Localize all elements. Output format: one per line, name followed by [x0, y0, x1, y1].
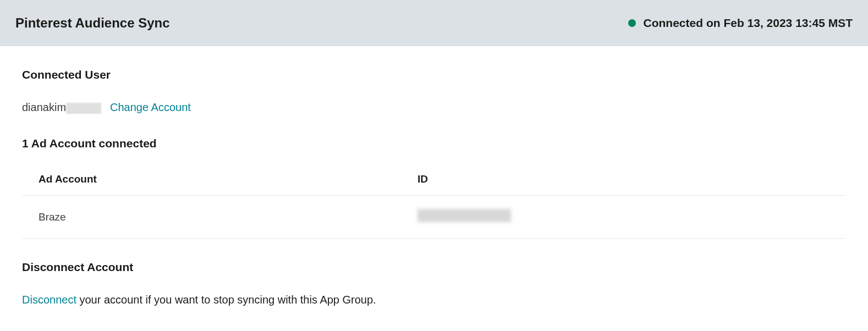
change-account-link[interactable]: Change Account: [110, 101, 191, 114]
table-row: Braze: [22, 196, 846, 239]
column-header-id: ID: [401, 166, 846, 196]
cell-account-id: [401, 196, 846, 239]
username-text: dianakim: [22, 101, 66, 113]
disconnect-heading: Disconnect Account: [22, 261, 846, 274]
disconnect-text-line: Disconnect your account if you want to s…: [22, 294, 846, 306]
table-header-row: Ad Account ID: [22, 166, 846, 196]
connected-user-heading: Connected User: [22, 68, 846, 81]
cell-account-name: Braze: [22, 196, 401, 239]
connection-status: Connected on Feb 13, 2023 13:45 MST: [628, 16, 853, 30]
id-redacted: [417, 209, 511, 222]
username-container: dianakim: [22, 101, 103, 114]
content-area: Connected User dianakim Change Account 1…: [0, 46, 868, 328]
status-dot-icon: [628, 19, 636, 27]
page-title: Pinterest Audience Sync: [15, 15, 170, 31]
disconnect-link[interactable]: Disconnect: [22, 294, 76, 306]
disconnect-section: Disconnect Account Disconnect your accou…: [22, 261, 846, 306]
column-header-account: Ad Account: [22, 166, 401, 196]
username-redacted: [66, 103, 101, 114]
status-text: Connected on Feb 13, 2023 13:45 MST: [644, 16, 853, 30]
header-bar: Pinterest Audience Sync Connected on Feb…: [0, 0, 868, 46]
ad-accounts-heading: 1 Ad Account connected: [22, 137, 846, 150]
connected-user-row: dianakim Change Account: [22, 101, 846, 114]
disconnect-trailing-text: your account if you want to stop syncing…: [76, 294, 376, 306]
ad-accounts-table: Ad Account ID Braze: [22, 166, 846, 239]
